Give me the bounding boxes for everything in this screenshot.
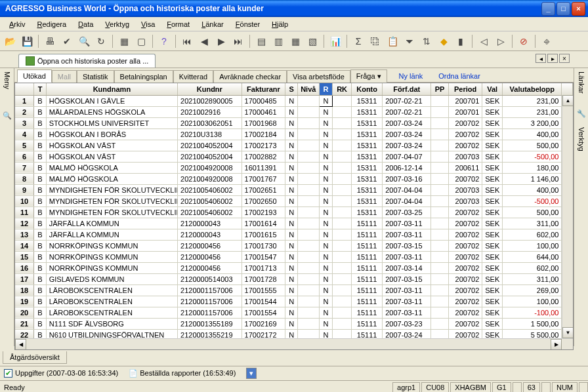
table-row[interactable]: 12BJÄRFÄLLA KOMMUN212000004317001614NN15… <box>15 218 573 229</box>
uppgifter-checkbox[interactable]: ✔Uppgifter (2007-03-08 16:53:34) <box>4 369 118 378</box>
data-grid[interactable]: TKundnamnKundnrFakturanrSNivåRRKKontoFör… <box>14 83 574 350</box>
table-row[interactable]: 6BHÖGSKOLAN VÄST202100405200417002882NN1… <box>15 151 573 162</box>
sort-icon[interactable]: ⇅ <box>419 34 434 49</box>
col-header[interactable]: Valutabelopp <box>503 83 562 95</box>
col-header[interactable]: RK <box>333 83 352 95</box>
col-header[interactable]: Period <box>448 83 482 95</box>
table-row[interactable]: 17BGISLAVEDS KOMMUN212000051400317001728… <box>15 273 573 284</box>
subtab-visa-arbetsflöde[interactable]: Visa arbetsflöde <box>287 70 350 83</box>
sidetab-lankar[interactable]: Länkar <box>576 69 587 96</box>
open-icon[interactable]: 📂 <box>3 34 17 49</box>
scroll-down-button[interactable]: ▼ <box>562 327 574 338</box>
grid3-icon[interactable]: ▦ <box>288 34 303 49</box>
table-row[interactable]: 21BN111 SDF ÄLVSBORG21200013551891700216… <box>15 318 573 329</box>
table-row[interactable]: 1BHÖGSKOLAN I GÄVLE202100289000517000485… <box>15 95 573 106</box>
refresh-icon[interactable]: ↻ <box>94 34 108 49</box>
misc2-icon[interactable]: ▮ <box>453 34 468 49</box>
col-header[interactable]: Konto <box>352 83 383 95</box>
link-ny-länk[interactable]: Ny länk <box>395 70 427 82</box>
col-header[interactable] <box>562 83 573 95</box>
tool-icon[interactable]: ▦ <box>117 34 131 49</box>
subtab-avräknade-checkar[interactable]: Avräknade checkar <box>213 70 287 83</box>
scroll-left-button[interactable]: ◀ <box>15 339 26 350</box>
horizontal-scrollbar[interactable]: ◀ ▶ <box>15 338 573 349</box>
table-row[interactable]: 9BMYNDIGHETEN FÖR SKOLUTVECKLING20210054… <box>15 184 573 195</box>
stop-icon[interactable]: ⊘ <box>516 34 531 49</box>
scroll-right-button[interactable]: ▶ <box>551 339 562 350</box>
col-header[interactable]: Fakturanr <box>242 83 285 95</box>
check-icon[interactable]: ✔ <box>60 34 74 49</box>
col-header[interactable]: PP <box>431 83 449 95</box>
dropdown-icon[interactable]: ▾ <box>246 368 257 379</box>
col-header[interactable]: Val <box>482 83 503 95</box>
table-row[interactable]: 10BMYNDIGHETEN FÖR SKOLUTVECKLING2021005… <box>15 195 573 206</box>
misc1-icon[interactable]: ◆ <box>436 34 451 49</box>
table-row[interactable]: 3BSTOCKHOLMS UNIVERSITET2021003062051170… <box>15 117 573 128</box>
rapporter-link[interactable]: 📄 Beställda rapporter (16:53:49) <box>129 369 236 378</box>
child-prev-button[interactable]: ◂ <box>536 54 546 63</box>
subtab-fråga-▾[interactable]: Fråga ▾ <box>350 69 387 83</box>
col-header[interactable] <box>15 83 34 95</box>
menu-visa[interactable]: Visa <box>136 19 160 29</box>
table-row[interactable]: 8BMALMÖ HÖGSKOLA202100492000817001767NN1… <box>15 173 573 184</box>
sidetab-meny[interactable]: Meny <box>2 69 12 92</box>
menu-arkiv[interactable]: Arkiv <box>4 19 30 29</box>
table-row[interactable]: 2BMÄLARDALENS HÖGSKOLA202100291617000461… <box>15 106 573 117</box>
subtab-mall[interactable]: Mall <box>52 70 77 83</box>
table-row[interactable]: 16BNORRKÖPINGS KOMMUN212000045617001713N… <box>15 262 573 273</box>
minimize-button[interactable]: _ <box>541 2 555 16</box>
link-ordna-länkar[interactable]: Ordna länkar <box>434 70 484 82</box>
scroll-up-button[interactable]: ▲ <box>562 95 574 106</box>
sigma-icon[interactable]: Σ <box>351 34 366 49</box>
sidetab-verktyg[interactable]: Verktyg <box>576 125 587 154</box>
table-row[interactable]: 14BNORRKÖPINGS KOMMUN212000045617001730N… <box>15 240 573 251</box>
col-header[interactable]: R <box>319 83 333 95</box>
subtab-betalningsplan[interactable]: Betalningsplan <box>114 70 173 83</box>
col-header[interactable]: Nivå <box>297 83 319 95</box>
menu-redigera[interactable]: Redigera <box>32 19 72 29</box>
menu-länkar[interactable]: Länkar <box>196 19 229 29</box>
table-row[interactable]: 13BJÄRFÄLLA KOMMUN212000004317001615NN15… <box>15 229 573 240</box>
menu-verktyg[interactable]: Verktyg <box>100 19 135 29</box>
table-row[interactable]: 7BMALMÖ HÖGSKOLA202100492000816011391NN1… <box>15 162 573 173</box>
copy-icon[interactable]: ⿻ <box>368 34 383 49</box>
subtab-kvitterad[interactable]: Kvitterad <box>173 70 213 83</box>
paste-icon[interactable]: 📋 <box>385 34 400 49</box>
maximize-button[interactable]: □ <box>556 2 570 16</box>
save-icon[interactable]: 💾 <box>20 34 34 49</box>
next-icon[interactable]: ▶ <box>214 34 228 49</box>
tool-icon[interactable]: 🔧 <box>577 109 586 118</box>
child-close-button[interactable]: × <box>559 54 570 63</box>
vertical-scrollbar[interactable]: ▲ ▼ <box>562 95 573 338</box>
col-header[interactable]: Kundnr <box>178 83 242 95</box>
help-icon[interactable]: ? <box>157 34 171 49</box>
grid4-icon[interactable]: ▧ <box>305 34 320 49</box>
col-header[interactable]: S <box>285 83 297 95</box>
last-icon[interactable]: ⏭ <box>231 34 245 49</box>
table-row[interactable]: 5BHÖGSKOLAN VÄST202100405200417002173NN1… <box>15 140 573 151</box>
prev-icon[interactable]: ◀ <box>197 34 211 49</box>
nav1-icon[interactable]: ◁ <box>476 34 491 49</box>
table-row[interactable]: 19BLÄROBOKSCENTRALEN21200011570061700154… <box>15 296 573 307</box>
menu-hjälp[interactable]: Hjälp <box>266 19 293 29</box>
col-header[interactable]: Kundnamn <box>46 83 177 95</box>
child-next-button[interactable]: ▸ <box>547 54 558 63</box>
grid2-icon[interactable]: ▥ <box>271 34 285 49</box>
print-icon[interactable]: 🖶 <box>43 34 57 49</box>
search-icon[interactable]: 🔍 <box>3 111 12 120</box>
zoom-icon[interactable]: 🔍 <box>77 34 91 49</box>
subtab-statistik[interactable]: Statistik <box>77 70 114 83</box>
menu-fönster[interactable]: Fönster <box>230 19 265 29</box>
table-row[interactable]: 11BMYNDIGHETEN FÖR SKOLUTVECKLING2021005… <box>15 206 573 218</box>
table-row[interactable]: 18BLÄROBOKSCENTRALEN21200011570061700155… <box>15 284 573 296</box>
document-tab[interactable]: Öppna och historiska poster alla ... <box>18 54 156 68</box>
menu-format[interactable]: Format <box>161 19 195 29</box>
close-button[interactable]: × <box>572 2 585 16</box>
tab-atgard[interactable]: Åtgärdsöversikt <box>3 351 67 364</box>
menu-data[interactable]: Data <box>73 19 98 29</box>
subtab-utökad[interactable]: Utökad <box>17 69 52 83</box>
chart-icon[interactable]: 📊 <box>328 34 343 49</box>
nav2-icon[interactable]: ▷ <box>494 34 508 49</box>
filter-icon[interactable]: ⏷ <box>402 34 417 49</box>
doc-icon[interactable]: ▢ <box>134 34 148 49</box>
